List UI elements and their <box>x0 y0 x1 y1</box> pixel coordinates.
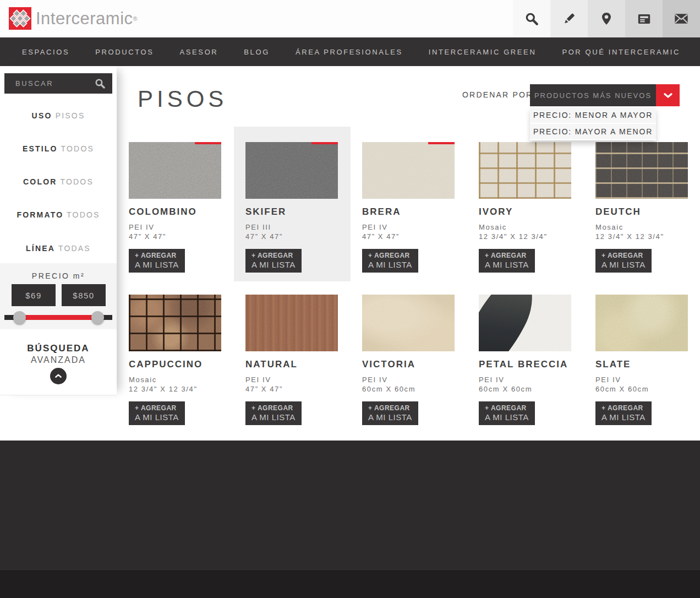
product-image[interactable] <box>362 295 455 351</box>
product-card[interactable]: DEUTCH Mosaic12 3/4" X 12 3/4" + AGREGAR… <box>595 142 688 273</box>
stone-texture <box>595 295 688 351</box>
product-grid: NUEVO COLOMBINO PEI IV47” X 47” + AGREGA… <box>129 127 690 435</box>
nav-productos[interactable]: PRODUCTOS <box>95 48 154 56</box>
product-name[interactable]: CAPPUCCINO <box>129 359 221 370</box>
product-name[interactable]: DEUTCH <box>595 206 688 218</box>
product-spec: PEI IV60cm X 60cm <box>595 375 688 394</box>
nuevo-badge: NUEVO <box>195 142 221 144</box>
product-image[interactable] <box>129 295 221 351</box>
product-name[interactable]: SLATE <box>595 359 688 370</box>
product-image[interactable] <box>479 142 571 199</box>
price-slider-handle-max[interactable] <box>91 311 104 324</box>
product-card[interactable]: NATURAL PEI IV47” X 47” + AGREGARA MI LI… <box>245 295 338 425</box>
filter-estilo[interactable]: ESTILO TODOS <box>0 144 117 153</box>
search-button[interactable] <box>513 0 550 37</box>
add-to-list-button[interactable]: + AGREGARA MI LISTA <box>362 249 418 273</box>
brand-wordmark: Interceramic® <box>36 7 138 30</box>
product-image[interactable] <box>595 142 688 199</box>
product-card[interactable]: CAPPUCCINO Mosaic12 3/4" X 12 3/4" + AGR… <box>129 295 221 425</box>
product-name[interactable]: NATURAL <box>245 359 338 370</box>
search-icon <box>524 12 539 26</box>
bottom-bar: Copyright © 2013 Interceramic. Todos los… <box>0 570 700 598</box>
design-button[interactable] <box>550 0 588 37</box>
price-max-field[interactable]: $850 <box>62 284 106 306</box>
stone-texture <box>245 142 338 199</box>
sort-options: PRECIO: MENOR A MAYOR PRECIO: MAYOR A ME… <box>530 107 656 140</box>
add-to-list-button[interactable]: + AGREGARA MI LISTA <box>595 249 652 273</box>
mosaic-grid <box>129 295 221 351</box>
nav-por-que-interceramic[interactable]: POR QUÉ INTERCERAMIC <box>562 48 680 56</box>
nav-area-profesionales[interactable]: ÁREA PROFESIONALES <box>296 48 403 56</box>
product-image[interactable] <box>595 295 688 351</box>
price-title: PRECIO m² <box>0 271 117 280</box>
price-slider-handle-min[interactable] <box>13 311 26 324</box>
sort-option-mayor-a-menor[interactable]: PRECIO: MAYOR A MENOR <box>530 124 656 139</box>
product-name[interactable]: BRERA <box>362 206 455 218</box>
nuevo-badge: NUEVO <box>428 142 455 144</box>
contact-button[interactable] <box>663 0 700 37</box>
product-name[interactable]: IVORY <box>479 206 571 218</box>
product-card[interactable]: NUEVO SKIFER PEI III47” X 47” + AGREGARA… <box>245 142 338 273</box>
nav-asesor[interactable]: ASESOR <box>180 48 218 56</box>
product-card[interactable]: IVORY Mosaic12 3/4" X 12 3/4" + AGREGARA… <box>479 142 571 273</box>
card-icon <box>637 12 652 26</box>
product-spec: Mosaic12 3/4" X 12 3/4" <box>595 222 688 241</box>
product-name[interactable]: COLOMBINO <box>129 206 221 218</box>
nav-espacios[interactable]: ESPACIOS <box>22 48 69 56</box>
product-image[interactable] <box>245 295 338 351</box>
filter-formato[interactable]: FORMATO TODOS <box>0 210 117 219</box>
product-spec: Mosaic12 3/4" X 12 3/4" <box>129 375 221 394</box>
mosaic-grid <box>479 142 571 199</box>
price-slider-range <box>19 315 98 320</box>
product-name[interactable]: VICTORIA <box>362 359 455 370</box>
search-input[interactable] <box>4 73 92 94</box>
locations-button[interactable] <box>588 0 625 37</box>
product-name[interactable]: PETAL BRECCIA <box>479 359 571 370</box>
advanced-search-line2: AVANZADA <box>0 355 117 365</box>
footer: Interceramic® MARBLE COLLECTION Placas d… <box>0 441 700 570</box>
nav-blog[interactable]: BLOG <box>244 48 270 56</box>
product-card[interactable]: NUEVO BRERA PEI IV47” X 47” + AGREGARA M… <box>362 142 455 273</box>
top-header: Interceramic® <box>0 0 700 37</box>
product-card[interactable]: PETAL BRECCIA PEI IV60cm X 60cm + AGREGA… <box>479 295 571 425</box>
product-image[interactable] <box>479 295 571 351</box>
product-card[interactable]: SLATE PEI IV60cm X 60cm + AGREGARA MI LI… <box>595 295 688 425</box>
news-button[interactable] <box>625 0 663 37</box>
nav-interceramic-green[interactable]: INTERCERAMIC GREEN <box>429 48 537 56</box>
add-to-list-button[interactable]: + AGREGARA MI LISTA <box>129 249 185 273</box>
product-image[interactable]: NUEVO <box>362 142 455 199</box>
sort-option-menor-a-mayor[interactable]: PRECIO: MENOR A MAYOR <box>530 107 656 123</box>
filter-uso[interactable]: USO PISOS <box>0 111 117 120</box>
search-icon[interactable] <box>95 78 105 89</box>
mosaic-grid <box>595 142 688 199</box>
product-card[interactable]: VICTORIA PEI IV60cm X 60cm + AGREGARA MI… <box>362 295 455 425</box>
add-to-list-button[interactable]: + AGREGARA MI LISTA <box>129 401 185 425</box>
add-to-list-button[interactable]: + AGREGARA MI LISTA <box>479 401 535 425</box>
sort-dropdown[interactable]: PRODUCTOS MÁS NUEVOS <box>530 84 656 106</box>
sort-dropdown-caret[interactable] <box>656 84 680 106</box>
product-spec: Mosaic12 3/4" X 12 3/4" <box>479 222 571 241</box>
product-spec: PEI IV60cm X 60cm <box>479 375 571 394</box>
stone-texture <box>362 295 455 351</box>
product-card[interactable]: NUEVO COLOMBINO PEI IV47” X 47” + AGREGA… <box>129 142 221 273</box>
filter-linea[interactable]: LÍNEA TODAS <box>0 244 117 253</box>
interceramic-logo[interactable]: Interceramic® <box>9 7 138 30</box>
search-box[interactable] <box>4 73 112 94</box>
product-image[interactable]: NUEVO <box>245 142 338 199</box>
advanced-search[interactable]: BÚSQUEDA AVANZADA <box>0 343 117 365</box>
add-to-list-button[interactable]: + AGREGARA MI LISTA <box>245 401 302 425</box>
pencil-icon <box>562 12 576 26</box>
price-min-field[interactable]: $69 <box>12 284 56 306</box>
add-to-list-button[interactable]: + AGREGARA MI LISTA <box>245 249 302 273</box>
price-filter: PRECIO m² $69 $850 <box>0 263 117 329</box>
collapse-advanced-button[interactable] <box>50 368 67 384</box>
nuevo-badge: NUEVO <box>311 142 338 144</box>
stone-texture <box>129 142 221 199</box>
product-image[interactable]: NUEVO <box>129 142 221 199</box>
filter-color[interactable]: COLOR TODOS <box>0 177 117 186</box>
product-name[interactable]: SKIFER <box>245 206 338 218</box>
product-spec: PEI IV47” X 47” <box>129 222 221 241</box>
add-to-list-button[interactable]: + AGREGARA MI LISTA <box>362 401 418 425</box>
add-to-list-button[interactable]: + AGREGARA MI LISTA <box>595 401 652 425</box>
add-to-list-button[interactable]: + AGREGARA MI LISTA <box>479 249 535 273</box>
